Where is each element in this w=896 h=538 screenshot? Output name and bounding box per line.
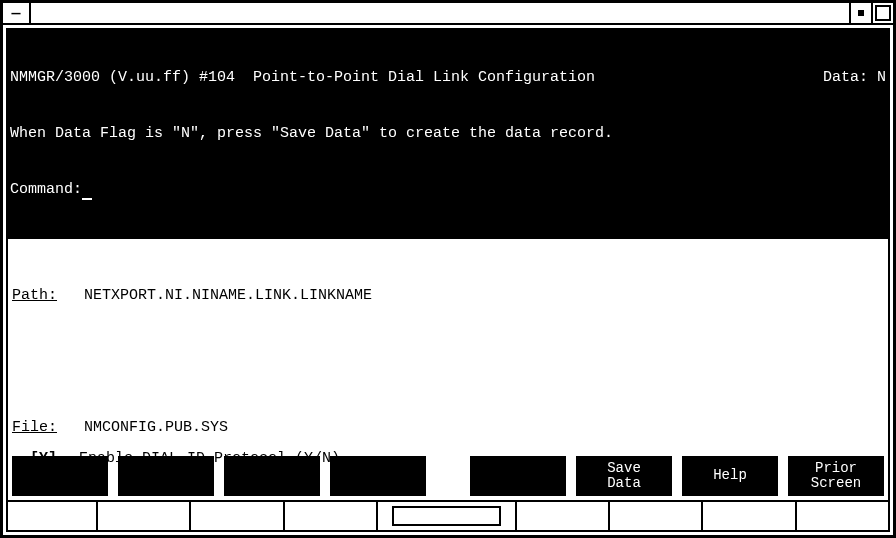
header-right: Data: N — [823, 69, 886, 88]
fkey-3[interactable] — [224, 456, 320, 496]
fkey-4[interactable] — [330, 456, 426, 496]
maximize-icon[interactable] — [871, 3, 893, 23]
titlebar: — — [3, 3, 893, 25]
field-start-device-label: Start Device on Network Initialization (… — [79, 534, 475, 538]
file-value: NMCONFIG.PUB.SYS — [84, 419, 228, 436]
function-keys: Save Data Help Prior Screen — [12, 456, 884, 496]
status-cell-3 — [191, 502, 284, 530]
fkey-1[interactable] — [12, 456, 108, 496]
status-cell-7 — [610, 502, 703, 530]
status-cell-6 — [517, 502, 610, 530]
fkey-8-prior-screen[interactable]: Prior Screen — [788, 456, 884, 496]
minimize-icon[interactable] — [849, 3, 871, 23]
screen-header: NMMGR/3000 (V.uu.ff) #104 Point-to-Point… — [8, 30, 888, 239]
status-cell-1 — [8, 502, 98, 530]
field-start-device: [Y] Start Device on Network Initializati… — [30, 534, 884, 538]
fkey-2[interactable] — [118, 456, 214, 496]
header-hint: When Data Flag is "N", press "Save Data"… — [10, 125, 886, 144]
status-cell-2 — [98, 502, 191, 530]
fkey-6-save-data[interactable]: Save Data — [576, 456, 672, 496]
status-cell-8 — [703, 502, 796, 530]
header-left: NMMGR/3000 (V.uu.ff) #104 Point-to-Point… — [10, 69, 595, 88]
fkey-5[interactable] — [470, 456, 566, 496]
window-frame: — NMMGR/3000 (V.uu.ff) #104 Point-to-Poi… — [0, 0, 896, 538]
status-bar — [8, 500, 888, 530]
status-cell-9 — [797, 502, 888, 530]
path-row: Path: NETXPORT.NI.NINAME.LINK.LINKNAME — [12, 287, 884, 306]
status-cell-4 — [285, 502, 378, 530]
window-menu-icon[interactable]: — — [3, 3, 31, 23]
path-value: NETXPORT.NI.NINAME.LINK.LINKNAME — [84, 287, 372, 304]
status-cell-5 — [378, 502, 517, 530]
file-row: File: NMCONFIG.PUB.SYS — [12, 419, 228, 438]
fkey-7-help[interactable]: Help — [682, 456, 778, 496]
titlebar-spacer — [31, 3, 849, 23]
path-label: Path: — [12, 287, 57, 304]
command-line[interactable]: Command: — [10, 181, 886, 200]
terminal-screen: NMMGR/3000 (V.uu.ff) #104 Point-to-Point… — [6, 28, 890, 532]
field-start-device-input[interactable]: [Y] — [30, 534, 57, 538]
file-label: File: — [12, 419, 57, 436]
